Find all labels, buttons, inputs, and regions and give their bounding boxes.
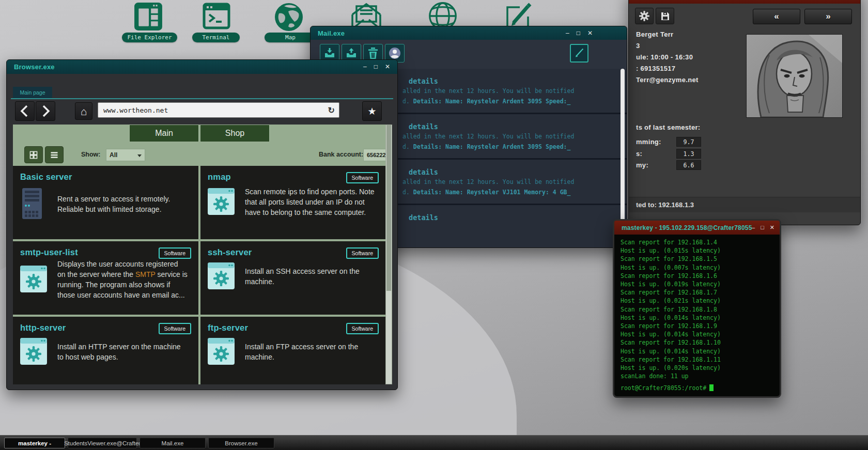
browser-tab[interactable]: Main page — [13, 87, 52, 98]
grade-value-2: 1.3 — [676, 149, 701, 159]
minimize-icon[interactable]: – — [566, 30, 569, 36]
product-card-basic-server[interactable]: Basic server — [13, 166, 198, 239]
forward-button[interactable] — [36, 101, 55, 121]
file-explorer-icon — [133, 2, 164, 32]
bookmark-button[interactable]: ★ — [362, 101, 382, 121]
close-icon[interactable]: ✕ — [385, 64, 390, 70]
refresh-icon[interactable]: ↻ — [328, 105, 339, 115]
inbox-download-icon — [323, 47, 336, 59]
grade-label-3: my: — [636, 161, 648, 169]
software-badge: Software — [346, 247, 379, 259]
portrait-sketch — [747, 35, 842, 117]
taskbar-item-browser[interactable]: Browser.exe — [208, 438, 274, 448]
mail-compose-button[interactable] — [570, 44, 588, 63]
taskbar-item-mail[interactable]: Mail.exe — [140, 438, 206, 448]
browser-window: Browser.exe – □ ✕ Main page ⌂ ↻ — [6, 59, 398, 390]
desktop-icon-label[interactable]: Terminal — [192, 33, 240, 42]
list-icon — [50, 150, 59, 160]
students-viewer-window: « » Berget Terr 3 ule: 10:00 - 16:30 : 6… — [628, 0, 861, 225]
mail-titlebar[interactable]: Mail.exe – □ ✕ — [311, 26, 627, 40]
semester-results-title: ts of last semester: — [636, 123, 701, 131]
product-card-http-server[interactable]: http-server Software — [13, 317, 198, 384]
software-badge: Software — [159, 247, 191, 259]
software-app-icon — [20, 266, 47, 294]
star-icon: ★ — [367, 106, 376, 116]
terminal-prompt-line[interactable]: root@Crafter78055:/root# — [614, 384, 780, 396]
grade-label-2: s: — [636, 150, 642, 158]
close-icon[interactable]: ✕ — [587, 30, 593, 36]
gear-icon — [639, 11, 649, 21]
site-nav-main[interactable]: Main — [129, 125, 199, 142]
desktop-icon-terminal[interactable] — [202, 2, 235, 34]
next-student-button[interactable]: » — [804, 9, 852, 24]
show-filter-dropdown[interactable]: All — [106, 149, 145, 161]
browser-scrollbar[interactable] — [385, 125, 392, 384]
mail-window-title: Mail.exe — [318, 29, 345, 37]
outbox-upload-icon — [345, 47, 358, 59]
terminal-window: masterkey - 195.102.229.158@Crafter78055… — [613, 219, 781, 398]
show-filter-label: Show: — [81, 151, 101, 158]
taskbar-item-masterkey[interactable]: masterkey - — [4, 438, 65, 448]
student-phone: : 691351517 — [636, 65, 675, 72]
back-chevron-icon — [19, 104, 30, 118]
chevron-down-icon — [137, 154, 142, 157]
bank-account-dropdown[interactable]: 6562227 — [363, 149, 386, 161]
taskbar: masterkey - StudentsViewer.exe@Crafter M… — [0, 435, 868, 450]
desktop-icon-label[interactable]: Map — [265, 33, 316, 42]
contact-avatar-icon — [388, 46, 401, 60]
previous-student-button[interactable]: « — [753, 9, 800, 24]
mail-scrollbar[interactable] — [621, 69, 625, 244]
site-nav-shop[interactable]: Shop — [200, 125, 270, 142]
desktop-icon-map[interactable] — [274, 2, 307, 34]
product-description: Scan remote ips to find open ports. Note… — [245, 187, 375, 218]
maximize-icon[interactable]: □ — [374, 64, 378, 70]
forward-chevron-icon — [40, 104, 51, 118]
globe-map-icon — [274, 2, 304, 32]
trash-icon — [367, 47, 379, 59]
close-icon[interactable]: ✕ — [770, 225, 774, 230]
product-description: Install an FTP access server on the mach… — [245, 342, 375, 363]
software-badge: Software — [159, 323, 191, 334]
home-button[interactable]: ⌂ — [75, 102, 92, 120]
server-icon — [20, 187, 47, 222]
students-viewer-titlebar[interactable] — [629, 0, 860, 4]
minimize-icon[interactable]: – — [752, 225, 755, 230]
maximize-icon[interactable]: □ — [577, 30, 580, 36]
taskbar-item-studentsviewer[interactable]: StudentsViewer.exe@Crafter — [68, 438, 137, 448]
home-icon: ⌂ — [81, 106, 87, 117]
grade-label-programming: mming: — [636, 138, 661, 146]
product-card-ssh-server[interactable]: ssh-server Software — [200, 241, 386, 315]
product-card-nmap[interactable]: nmap Software — [200, 166, 386, 239]
back-button[interactable] — [15, 101, 35, 121]
maximize-icon[interactable]: □ — [761, 225, 764, 230]
desktop: File Explorer Terminal Map — [0, 0, 868, 450]
browser-window-title: Browser.exe — [14, 63, 55, 71]
terminal-titlebar[interactable]: masterkey - 195.102.229.158@Crafter78055… — [614, 221, 780, 235]
product-description: Install an SSH access server on the mach… — [245, 267, 375, 287]
browser-scrollbar-thumb[interactable] — [386, 125, 391, 291]
site-nav: Main Shop — [13, 125, 386, 142]
connection-status: ted to: 192.168.1.3 — [629, 197, 860, 212]
product-card-smtp-user-list[interactable]: smtp-user-list Software — [13, 241, 198, 315]
grid-view-button[interactable] — [24, 146, 43, 163]
desktop-icon-file-explorer[interactable] — [133, 2, 166, 34]
student-name: Berget Terr — [636, 30, 673, 38]
list-view-button[interactable] — [45, 146, 64, 163]
url-input[interactable] — [98, 106, 328, 114]
browser-titlebar[interactable]: Browser.exe – □ ✕ — [7, 60, 397, 74]
student-email: Terr@genzyme.net — [636, 76, 699, 84]
product-description: Rent a server to access it remotely. Rel… — [57, 194, 188, 215]
terminal-prompt: root@Crafter78055:/root# — [621, 384, 706, 392]
product-card-ftp-server[interactable]: ftp-server Software — [200, 317, 386, 384]
software-badge: Software — [346, 323, 379, 334]
product-description: Displays the user accounts registered on… — [57, 259, 188, 301]
desktop-icon-label[interactable]: File Explorer — [122, 33, 177, 42]
minimize-icon[interactable]: – — [363, 64, 367, 70]
settings-button[interactable] — [635, 8, 654, 24]
terminal-window-title: masterkey - 195.102.229.158@Crafter78055 — [622, 224, 752, 231]
save-button[interactable] — [656, 8, 674, 24]
product-grid: Basic server — [13, 166, 386, 384]
product-name: Basic server — [20, 172, 191, 182]
terminal-icon — [202, 2, 231, 31]
terminal-output: Scan report for 192.168.1.4Host is up. (… — [614, 235, 780, 384]
